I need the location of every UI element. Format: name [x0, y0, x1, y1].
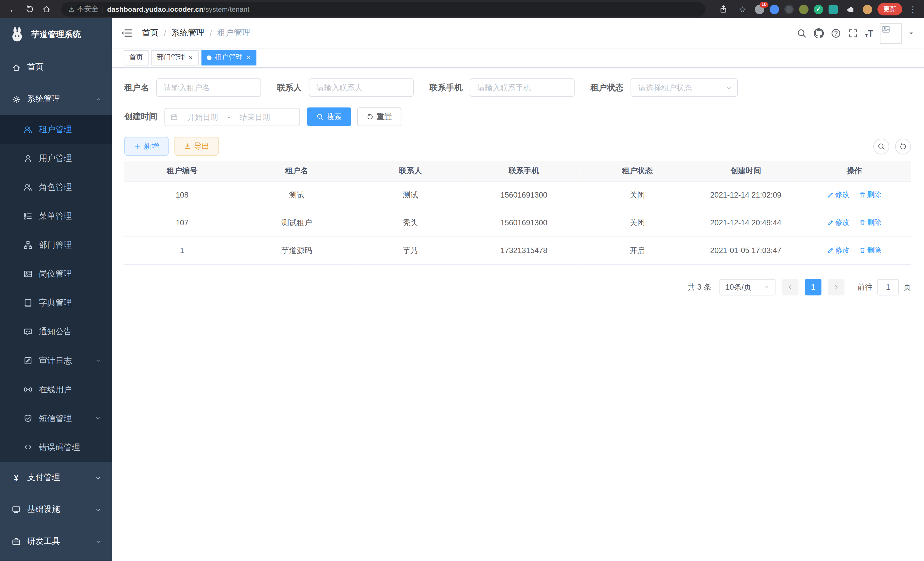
table-toolbar: 新增 导出: [124, 137, 911, 156]
contact-input[interactable]: [309, 78, 414, 97]
search-button[interactable]: 搜索: [307, 107, 351, 126]
col-tenant-id: 租户编号: [124, 161, 240, 181]
extension-teal-icon[interactable]: [829, 4, 838, 14]
extension-badge: 10: [760, 2, 769, 8]
header-search-icon[interactable]: [796, 28, 807, 38]
caret-down-icon[interactable]: [908, 30, 915, 36]
font-size-icon[interactable]: тT: [865, 28, 873, 38]
sidebar-item-label: 首页: [27, 62, 44, 73]
calendar-icon: [170, 113, 178, 121]
sidebar-item-payment-management[interactable]: ¥ 支付管理: [0, 462, 112, 493]
hide-search-icon[interactable]: [873, 138, 890, 154]
browser-actions: ☆ 10 ✓ 更新 ⋮: [716, 2, 918, 16]
prev-page-button[interactable]: [782, 279, 799, 295]
home-icon[interactable]: [39, 2, 53, 16]
sidebar-item-notice[interactable]: 通知公告: [0, 317, 112, 346]
sidebar-item-menu-management[interactable]: 菜单管理: [0, 202, 112, 230]
refresh-table-icon[interactable]: [895, 138, 911, 154]
extensions-puzzle-icon[interactable]: [843, 2, 857, 16]
user-avatar[interactable]: [880, 23, 902, 43]
sidebar-collapse-icon[interactable]: [121, 27, 133, 39]
next-page-button[interactable]: [828, 279, 844, 295]
sidebar-item-home[interactable]: 首页: [0, 51, 112, 83]
cell-created: 2021-01-05 17:03:47: [694, 236, 797, 264]
reset-button[interactable]: 重置: [357, 107, 401, 126]
bookmark-star-icon[interactable]: ☆: [735, 2, 750, 16]
start-date-input[interactable]: [182, 112, 224, 121]
url-host: dashboard.yudao.iocoder.cn: [107, 5, 203, 14]
browser-menu-icon[interactable]: ⋮: [908, 4, 918, 14]
breadcrumb-home[interactable]: 首页: [142, 28, 159, 38]
add-button[interactable]: 新增: [124, 137, 169, 156]
delete-link[interactable]: 删除: [859, 245, 881, 255]
sidebar-item-label: 岗位管理: [39, 268, 72, 279]
close-icon[interactable]: ×: [188, 54, 194, 61]
extension-pinned-icon[interactable]: 10: [755, 4, 764, 14]
delete-link[interactable]: 删除: [859, 218, 881, 228]
edit-link[interactable]: 修改: [827, 190, 849, 200]
sidebar-item-dict-management[interactable]: 字典管理: [0, 289, 112, 317]
close-icon[interactable]: ×: [246, 54, 251, 61]
sidebar-item-online-users[interactable]: 在线用户: [0, 375, 112, 404]
sidebar-item-user-management[interactable]: 用户管理: [0, 144, 112, 173]
table-tools: [873, 138, 911, 154]
col-tenant-name: 租户名: [240, 161, 353, 181]
total-count: 共 3 条: [687, 282, 711, 292]
filter-label: 创建时间: [124, 111, 158, 122]
help-icon[interactable]: [831, 28, 842, 38]
extension-blue-icon[interactable]: [770, 4, 779, 14]
cell-status: 关闭: [580, 209, 694, 236]
tag-home[interactable]: 首页: [124, 50, 148, 65]
sidebar-item-dev-tools[interactable]: 研发工具: [0, 526, 112, 557]
delete-link[interactable]: 删除: [859, 190, 881, 200]
sidebar-item-sms-management[interactable]: 短信管理: [0, 404, 112, 433]
sidebar-item-system-management[interactable]: 系统管理: [0, 83, 112, 115]
extension-green-check-icon[interactable]: ✓: [814, 4, 823, 14]
cell-created: 2021-12-14 20:49:44: [694, 209, 797, 236]
share-icon[interactable]: [716, 2, 730, 16]
breadcrumb-system[interactable]: 系统管理: [171, 28, 205, 38]
edit-link[interactable]: 修改: [827, 218, 849, 228]
sidebar-item-label: 在线用户: [39, 384, 72, 395]
goto-page-input[interactable]: [878, 279, 898, 295]
book-icon: [24, 299, 33, 307]
filter-create-time: 创建时间 -: [124, 108, 300, 126]
page-size-select[interactable]: 10条/页: [719, 279, 776, 295]
end-date-input[interactable]: [233, 112, 276, 121]
edit-link[interactable]: 修改: [827, 245, 849, 255]
mobile-input[interactable]: [470, 78, 574, 97]
tag-dept-management[interactable]: 部门管理 ×: [152, 50, 199, 65]
sidebar-item-error-code-management[interactable]: 错误码管理: [0, 433, 112, 462]
github-icon[interactable]: [814, 28, 824, 38]
security-warning[interactable]: ⚠ 不安全: [68, 4, 98, 14]
extension-dark-icon[interactable]: [784, 4, 794, 14]
sidebar-item-dept-management[interactable]: 部门管理: [0, 230, 112, 259]
app-logo[interactable]: 芋道管理系统: [0, 18, 112, 51]
address-bar[interactable]: ⚠ 不安全 dashboard.yudao.iocoder.cn/system/…: [62, 2, 705, 16]
tenant-name-input[interactable]: [156, 78, 261, 97]
sidebar-item-label: 用户管理: [39, 153, 72, 164]
sidebar-item-infrastructure[interactable]: 基础设施: [0, 493, 112, 525]
status-select[interactable]: [631, 78, 738, 97]
date-range-picker[interactable]: -: [164, 108, 300, 126]
cell-tenant-name: 芋道源码: [240, 236, 353, 264]
shield-icon: [24, 414, 33, 423]
back-icon[interactable]: ←: [6, 2, 20, 16]
profile-avatar[interactable]: [863, 4, 872, 14]
sidebar-item-tenant-management[interactable]: 租户管理: [0, 115, 112, 144]
page-number-1[interactable]: 1: [805, 279, 821, 295]
main-area: 首页 / 系统管理 / 租户管理: [112, 18, 924, 561]
sidebar-item-audit-log[interactable]: 审计日志: [0, 346, 112, 375]
update-button[interactable]: 更新: [878, 3, 902, 15]
sidebar-item-post-management[interactable]: 岗位管理: [0, 260, 112, 289]
tag-tenant-management[interactable]: 租户管理 ×: [201, 50, 256, 65]
export-button[interactable]: 导出: [175, 137, 219, 156]
tree-table-icon: [24, 212, 33, 220]
sidebar-item-label: 部门管理: [39, 240, 72, 250]
sidebar-item-label: 短信管理: [39, 413, 72, 424]
sidebar-item-role-management[interactable]: 角色管理: [0, 173, 112, 202]
reload-icon[interactable]: [22, 2, 37, 16]
fullscreen-icon[interactable]: [848, 28, 859, 38]
extension-olive-icon[interactable]: [799, 4, 808, 14]
table-row: 1 芋道源码 芋艿 17321315478 开启 2021-01-05 17:0…: [124, 236, 911, 264]
